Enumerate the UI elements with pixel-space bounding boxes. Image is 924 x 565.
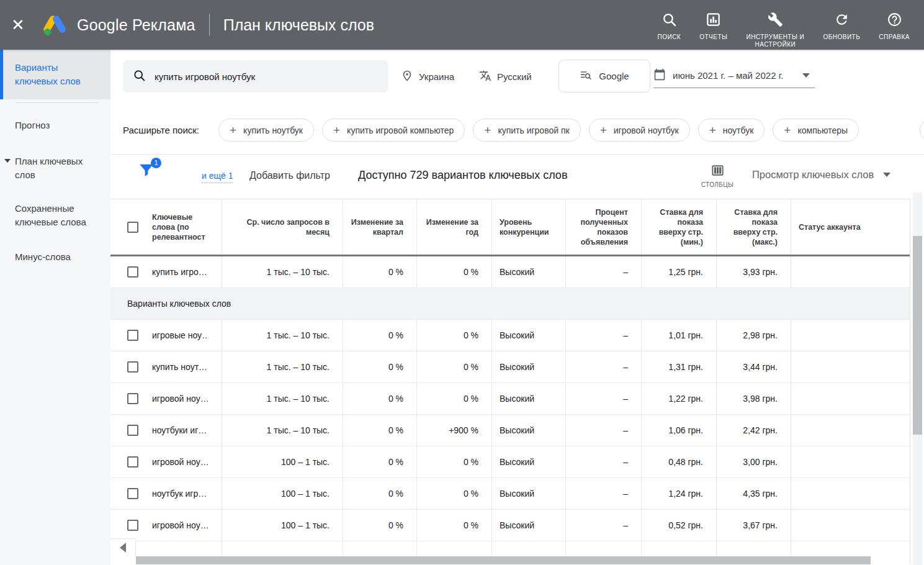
keyword-chip[interactable]: + компьютеры [773, 119, 859, 142]
more-filters-link[interactable]: и ещё 1 [202, 171, 233, 183]
quarterly-change-cell: 0 % [343, 446, 417, 477]
keyword-cell: купить игро… [110, 256, 222, 287]
bid-high-cell: 3,44 грн. [717, 351, 791, 382]
plus-icon: + [484, 124, 491, 136]
avg-monthly-searches-cell: 1 тыс. – 10 тыс. [222, 320, 343, 351]
refresh-icon [834, 12, 850, 30]
account-status-cell [791, 415, 910, 446]
impression-share-cell: – [566, 320, 642, 351]
sidebar: Варианты ключевых слов Прогноз План ключ… [0, 50, 110, 565]
search-icon [133, 69, 146, 84]
keyword-plan-app: ✕ Google Реклама План ключевых слов ПОИС… [0, 0, 924, 565]
account-status-cell [791, 510, 910, 541]
competition-cell: Высокий [492, 478, 566, 509]
header-quarterly-change[interactable]: Изменение за квартал [343, 199, 417, 255]
table-row: игровые ноу… 1 тыс. – 10 тыс. 0 % 0 % Вы… [110, 320, 910, 351]
scroll-left-button[interactable] [110, 538, 136, 556]
row-checkbox[interactable] [127, 456, 138, 468]
tools-icon [768, 12, 783, 30]
avg-monthly-searches-cell: 100 – 1 тыс. [222, 510, 343, 541]
plus-icon: + [230, 124, 236, 136]
language-selector[interactable]: Русский [479, 68, 532, 84]
location-selector[interactable]: Украина [401, 68, 454, 84]
nav-tools[interactable]: ИНСТРУМЕНТЫ И НАСТРОЙКИ [737, 1, 814, 48]
header-yoy-change[interactable]: Изменение за год [417, 199, 492, 255]
chevron-down-icon [883, 173, 890, 177]
keyword-view-selector[interactable]: Просмотр ключевых слов [752, 169, 890, 181]
nav-reports[interactable]: ОТЧЕТЫ [690, 1, 737, 41]
header-avg-monthly-searches[interactable]: Ср. число запросов в месяц [222, 199, 343, 255]
arrow-left-icon [120, 543, 126, 553]
select-all-checkbox[interactable] [127, 222, 138, 233]
competition-cell: Высокий [492, 415, 566, 446]
table-header-row: Ключевые слова (по релевантност Ср. числ… [110, 199, 910, 256]
header-ad-impression-share[interactable]: Процент полученных показов объявления [566, 199, 642, 255]
bid-low-cell: 1,31 грн. [642, 351, 717, 382]
account-status-cell [791, 320, 910, 351]
sidebar-item-saved-keywords[interactable]: Сохраненные ключевые слова [0, 192, 110, 238]
header-top-of-page-bid-low[interactable]: Ставка для показа вверху стр. (мин.) [642, 199, 717, 255]
search-input[interactable] [155, 71, 379, 82]
avg-monthly-searches-cell: 100 – 1 тыс. [222, 446, 343, 477]
row-checkbox[interactable] [127, 488, 138, 499]
avg-monthly-searches-cell: 1 тыс. – 10 тыс. [222, 415, 343, 446]
network-selector[interactable]: Google [558, 60, 650, 93]
keyword-text: игровые ноу… [152, 330, 209, 340]
add-filter-button[interactable]: Добавить фильтр [249, 170, 330, 181]
keyword-ideas-section-row: Варианты ключевых слов [110, 288, 910, 320]
chip-label: игровой ноутбук [614, 125, 679, 135]
row-checkbox[interactable] [127, 361, 138, 373]
nav-help[interactable]: СПРАВКА [869, 1, 919, 41]
competition-cell: Высокий [492, 320, 566, 351]
table-body: игровые ноу… 1 тыс. – 10 тыс. 0 % 0 % Вы… [110, 320, 910, 541]
close-button[interactable]: ✕ [0, 0, 36, 50]
keyword-chip[interactable]: + ноутбук [698, 119, 765, 142]
impression-share-cell: – [566, 446, 642, 477]
yoy-change-cell: +900 % [417, 415, 492, 446]
row-checkbox[interactable] [127, 266, 138, 278]
nav-search[interactable]: ПОИСК [648, 1, 690, 41]
keyword-search-box[interactable] [123, 60, 388, 93]
header-competition[interactable]: Уровень конкуренции [492, 199, 566, 255]
keyword-chip[interactable]: + игровой ноутбук [589, 119, 690, 142]
keyword-chip[interactable]: + купить игровой пк [473, 119, 580, 142]
keyword-chip[interactable]: + купить игровой компьютер [322, 119, 465, 142]
row-checkbox[interactable] [127, 425, 138, 436]
filter-funnel-button[interactable]: 1 [137, 161, 159, 183]
bid-high-cell: 2,42 грн. [717, 415, 791, 446]
table-row: ноутбуки иг… 1 тыс. – 10 тыс. 0 % +900 %… [110, 415, 910, 446]
quarterly-change-cell: 0 % [343, 415, 417, 446]
columns-icon [711, 163, 725, 179]
bid-low-cell: 0,48 грн. [642, 446, 717, 477]
header-top-of-page-bid-high[interactable]: Ставка для показа вверху стр. (макс.) [717, 199, 791, 255]
yoy-change-cell: 0 % [417, 478, 492, 509]
keyword-chip[interactable]: + купить ноутбук [218, 119, 314, 142]
row-checkbox[interactable] [127, 330, 138, 341]
chip-label: компьютеры [797, 125, 848, 135]
competition-cell: Высокий [492, 256, 566, 287]
bid-high-cell: 3,93 грн. [717, 256, 791, 287]
row-checkbox[interactable] [127, 393, 138, 404]
date-range-selector[interactable]: июнь 2021 г. – май 2022 г. [653, 63, 815, 88]
sidebar-item-negative-keywords[interactable]: Минус-слова [0, 241, 110, 273]
row-checkbox[interactable] [127, 520, 138, 531]
sidebar-divider [16, 102, 98, 103]
keyword-cell: купить ноут… [110, 351, 222, 382]
header-keywords[interactable]: Ключевые слова (по релевантност [110, 199, 222, 255]
table-row: игровой ноу… 100 – 1 тыс. 0 % 0 % Высоки… [110, 446, 910, 478]
header-account-status[interactable]: Статус аккаунта [791, 199, 910, 255]
vertical-scrollbar[interactable] [913, 236, 922, 435]
page-title: План ключевых слов [223, 16, 374, 34]
sidebar-item-keyword-plan[interactable]: План ключевых слов [0, 145, 110, 191]
account-status-cell [791, 383, 910, 414]
nav-refresh[interactable]: ОБНОВИТЬ [814, 1, 869, 41]
competition-cell: Высокий [492, 351, 566, 382]
sidebar-item-keyword-ideas[interactable]: Варианты ключевых слов [0, 50, 110, 99]
sidebar-item-forecast[interactable]: Прогноз [0, 109, 110, 142]
quarterly-change-cell: 0 % [343, 478, 417, 509]
plus-icon: + [333, 124, 340, 136]
columns-button[interactable]: СТОЛБЦЫ [700, 163, 735, 188]
close-icon: ✕ [11, 16, 25, 34]
horizontal-scrollbar[interactable] [136, 556, 871, 564]
logo-green-dot [44, 29, 51, 35]
